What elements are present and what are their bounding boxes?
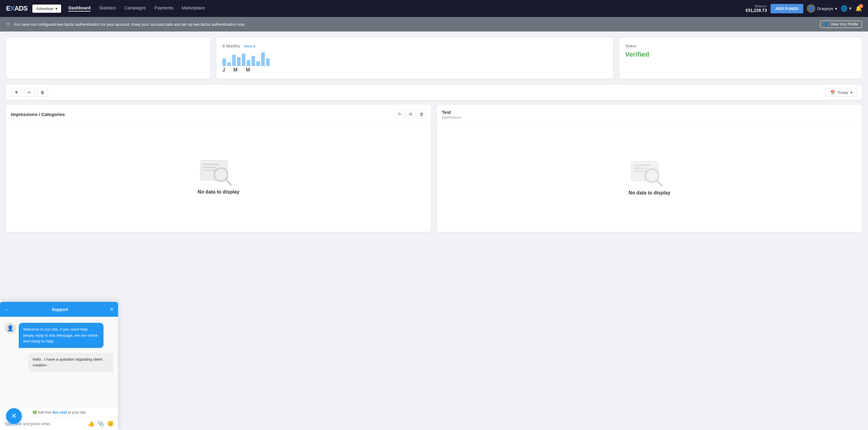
toolbar: ▼ ✏ 🗑 📅 Today ▾ xyxy=(6,85,862,100)
dropdown-button[interactable]: ▼ xyxy=(11,88,22,97)
chat-input-icons: 👍 📎 🙂 xyxy=(88,420,114,427)
agent-avatar: 👤 xyxy=(5,323,16,334)
widget-test: Test Impressions xyxy=(437,105,862,232)
stats-row: 6 Months View ▾ J M M Status Verified xyxy=(6,37,862,79)
notification-bell[interactable]: 🔔 11 xyxy=(855,5,862,12)
status-card: Status Verified xyxy=(619,37,862,79)
logo: EXADS xyxy=(6,4,28,12)
widget-1-settings[interactable]: ⚙ xyxy=(406,110,415,119)
widget-2-body: No data to display xyxy=(437,125,862,228)
nav-marketplace[interactable]: Marketplace xyxy=(182,5,205,11)
message-received-1: 👤 Welcome to our site, if you need help … xyxy=(5,323,113,348)
widget-1-header: Impressions / Categories ↻ ⚙ 🗑 xyxy=(6,105,431,124)
user-bubble: hello . I have a question regarding clie… xyxy=(28,353,113,372)
balance-label: Balance xyxy=(746,4,767,8)
welcome-bubble: Welcome to our site, if you need help si… xyxy=(19,323,103,348)
widget-grid: Impressions / Categories ↻ ⚙ 🗑 xyxy=(6,105,862,232)
svg-rect-2 xyxy=(203,167,216,168)
view-chevron-icon: ▾ xyxy=(253,44,255,49)
no-data-illustration-1 xyxy=(197,156,240,189)
nav-statistics[interactable]: Statistics xyxy=(99,5,116,11)
avatar: 👤 xyxy=(807,4,815,13)
stat-card-placeholder xyxy=(6,37,210,79)
main-content: 6 Months View ▾ J M M Status Verified xyxy=(0,31,868,430)
svg-rect-1 xyxy=(203,164,219,165)
notification-badge: 11 xyxy=(859,4,863,8)
widget-2-title-area: Test Impressions xyxy=(442,110,462,120)
chat-title: Support xyxy=(52,307,68,312)
shield-icon: 🛡 xyxy=(6,22,10,27)
chart-period: 6 Months xyxy=(222,44,240,49)
emoji-icon[interactable]: 🙂 xyxy=(107,420,114,427)
widget-1-body: No data to display xyxy=(6,124,431,227)
thumbs-up-icon[interactable]: 👍 xyxy=(88,420,94,427)
nav-links: Dashboard Statistics Campaigns Payments … xyxy=(68,5,745,11)
view-profile-button[interactable]: 👤 View Your Profile xyxy=(820,21,862,28)
widget-2-subtitle: Impressions xyxy=(442,115,462,120)
widget-2-header: Test Impressions xyxy=(437,105,862,125)
date-chevron-icon: ▾ xyxy=(850,90,852,95)
balance-area: Balance €51,228.73 xyxy=(746,4,767,13)
alert-banner: 🛡 You have not configured two-factor aut… xyxy=(0,17,868,31)
chat-header: ← Support ≡ xyxy=(0,302,118,317)
svg-rect-8 xyxy=(634,168,647,169)
user-dropdown-icon[interactable]: ▾ xyxy=(835,6,837,11)
widget-1-delete[interactable]: 🗑 xyxy=(417,110,426,119)
attachment-icon[interactable]: 📎 xyxy=(97,420,104,427)
widget-2-no-data: No data to display xyxy=(629,190,670,196)
message-sent-1: hello . I have a question regarding clie… xyxy=(5,353,113,377)
alert-message: You have not configured two-factor authe… xyxy=(13,22,245,27)
delete-button[interactable]: 🗑 xyxy=(37,88,48,97)
status-label: Status xyxy=(625,44,856,48)
svg-rect-7 xyxy=(634,165,650,166)
nav-payments[interactable]: Payments xyxy=(154,5,173,11)
promo-live-chat: live chat xyxy=(52,410,67,414)
chat-header-icons: ≡ xyxy=(110,306,113,313)
widget-1-no-data: No data to display xyxy=(198,189,239,195)
chat-messages: 👤 Welcome to our site, if you need help … xyxy=(0,317,118,408)
chart-header: 6 Months View ▾ xyxy=(222,44,607,49)
chevron-down-icon: ▾ xyxy=(55,6,58,11)
chart-label-j: J xyxy=(222,67,225,73)
calendar-icon: 📅 xyxy=(830,90,835,95)
close-icon: ✕ xyxy=(11,412,17,420)
widget-1-title: Impressions / Categories xyxy=(11,112,65,117)
language-dropdown[interactable]: 🌐 ▾ xyxy=(841,5,851,12)
svg-line-5 xyxy=(226,179,231,185)
user-area: 👤 Draqarys ▾ xyxy=(807,4,837,13)
chart-label-m2: M xyxy=(246,67,250,73)
nav-right: Balance €51,228.73 ADD FUNDS 👤 Draqarys … xyxy=(746,4,862,13)
chart-labels: J M M xyxy=(222,67,607,73)
mini-chart xyxy=(222,51,607,66)
add-funds-button[interactable]: ADD FUNDS xyxy=(771,4,804,13)
no-data-illustration-2 xyxy=(628,157,671,190)
chart-card: 6 Months View ▾ J M M xyxy=(216,37,613,79)
nav-dashboard[interactable]: Dashboard xyxy=(68,5,91,11)
date-picker[interactable]: 📅 Today ▾ xyxy=(826,88,857,97)
chat-close-button[interactable]: ✕ xyxy=(6,408,22,424)
chat-menu-icon[interactable]: ≡ xyxy=(110,306,113,313)
widget-1-refresh[interactable]: ↻ xyxy=(395,110,404,119)
username: Draqarys xyxy=(817,6,833,11)
dashboard-area: 6 Months View ▾ J M M Status Verified xyxy=(0,31,868,430)
widget-impressions-categories: Impressions / Categories ↻ ⚙ 🗑 xyxy=(6,105,431,232)
balance-amount: €51,228.73 xyxy=(746,8,767,13)
profile-icon: 👤 xyxy=(824,22,829,26)
navbar: EXADS Advertiser ▾ Dashboard Statistics … xyxy=(0,0,868,17)
chat-back-icon[interactable]: ← xyxy=(5,307,10,312)
chart-label-m1: M xyxy=(234,67,237,73)
widget-2-title: Test xyxy=(442,110,462,115)
edit-button[interactable]: ✏ xyxy=(24,88,34,97)
status-value: Verified xyxy=(625,51,856,58)
widget-1-actions: ↻ ⚙ 🗑 xyxy=(395,110,426,119)
svg-line-11 xyxy=(657,180,662,186)
advertiser-dropdown[interactable]: Advertiser ▾ xyxy=(32,4,61,13)
chart-view-dropdown[interactable]: View ▾ xyxy=(244,44,255,49)
nav-campaigns[interactable]: Campaigns xyxy=(125,5,146,11)
